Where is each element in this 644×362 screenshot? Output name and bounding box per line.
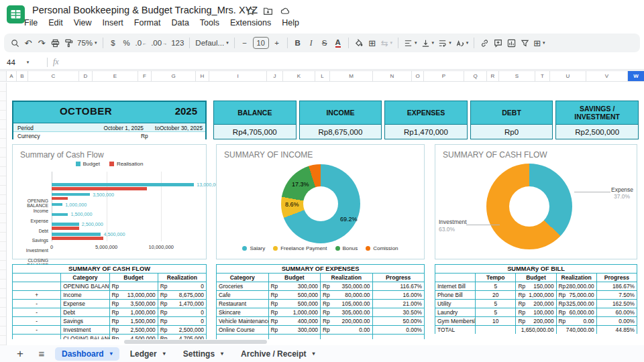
cloud-saved-icon[interactable] bbox=[280, 6, 290, 16]
add-sheet-button[interactable]: + bbox=[12, 347, 28, 361]
category-cell[interactable]: Restaurant bbox=[217, 300, 269, 308]
bold-button[interactable]: B bbox=[291, 36, 305, 50]
amount-cell[interactable] bbox=[268, 335, 321, 340]
font-size-input[interactable]: 10 bbox=[253, 37, 269, 49]
amount-cell[interactable]: Rp200,000 bbox=[516, 300, 556, 308]
progress-cell[interactable]: 16.00% bbox=[372, 291, 425, 300]
column-header-T[interactable]: T bbox=[535, 71, 550, 81]
sign-cell[interactable]: - bbox=[13, 308, 61, 317]
select-all-corner[interactable] bbox=[0, 71, 7, 81]
bill-name-cell[interactable]: Phone Bill bbox=[435, 291, 476, 300]
amount-cell[interactable]: Rp60,000.00 bbox=[556, 308, 596, 317]
amount-cell[interactable]: Rp500,000 bbox=[268, 300, 321, 308]
amount-cell[interactable]: Rp200,000.00 bbox=[321, 317, 373, 326]
amount-cell[interactable]: Rp75,000.00 bbox=[556, 291, 596, 300]
category-cell[interactable]: OPENING BALANCE bbox=[61, 282, 109, 291]
bill-name-cell[interactable]: TOTAL bbox=[435, 326, 476, 335]
amount-cell[interactable]: Rp1,500,000 bbox=[109, 317, 158, 326]
amount-cell[interactable]: Rp150,000 bbox=[516, 282, 556, 291]
paint-format-button[interactable] bbox=[62, 36, 75, 50]
menu-insert[interactable]: Insert bbox=[97, 17, 129, 29]
column-header-W[interactable]: W bbox=[628, 71, 644, 81]
tempo-cell[interactable]: 20 bbox=[476, 291, 516, 300]
sheet-tab-ledger[interactable]: Ledger▾ bbox=[123, 347, 172, 361]
category-cell[interactable]: Online Course bbox=[217, 326, 269, 335]
horizontal-scrollbar[interactable] bbox=[124, 340, 267, 344]
table-views-button[interactable]: ⊞▾ bbox=[531, 36, 547, 50]
column-header-U[interactable]: U bbox=[550, 71, 586, 81]
progress-cell[interactable]: 0.00% bbox=[596, 317, 637, 326]
amount-cell[interactable]: Rp2,500,000 bbox=[158, 326, 206, 335]
bill-name-cell[interactable]: Gym Membership bbox=[435, 317, 476, 326]
sign-cell[interactable] bbox=[13, 282, 61, 291]
tempo-cell[interactable] bbox=[476, 326, 516, 335]
insert-chart-button[interactable] bbox=[504, 36, 518, 50]
sheet-tab-settings[interactable]: Settings▾ bbox=[176, 347, 230, 361]
bill-name-cell[interactable]: Utility bbox=[435, 300, 476, 308]
percent-format-button[interactable]: % bbox=[120, 36, 133, 50]
category-cell[interactable]: Cafe bbox=[217, 291, 269, 300]
progress-cell[interactable]: 7.50% bbox=[596, 291, 637, 300]
column-header-G[interactable]: G bbox=[152, 71, 196, 81]
amount-cell[interactable]: Rp bbox=[109, 282, 158, 291]
menu-help[interactable]: Help bbox=[276, 17, 305, 29]
increase-decimal-button[interactable]: .00→ bbox=[149, 36, 169, 50]
column-header-F[interactable]: F bbox=[138, 71, 152, 81]
amount-cell[interactable]: Rp300,000 bbox=[268, 326, 321, 335]
decrease-decimal-button[interactable]: .0← bbox=[133, 36, 150, 50]
menu-edit[interactable]: Edit bbox=[43, 17, 68, 29]
column-header-I[interactable]: I bbox=[209, 71, 267, 81]
column-header-A[interactable]: A bbox=[7, 71, 17, 81]
amount-cell[interactable]: Rp105,000.00 bbox=[321, 300, 373, 308]
vertical-align-button[interactable]: ▾ bbox=[419, 36, 437, 50]
amount-cell[interactable]: Rp400,000 bbox=[268, 317, 321, 326]
amount-cell[interactable]: Rp305,000.00 bbox=[321, 308, 373, 317]
amount-cell[interactable]: Rp2,500,000 bbox=[109, 326, 158, 335]
progress-cell[interactable]: 116.67% bbox=[372, 282, 425, 291]
column-header-H[interactable]: H bbox=[196, 71, 209, 81]
tempo-cell[interactable]: 5 bbox=[476, 282, 516, 291]
amount-cell[interactable]: Rp100,000 bbox=[516, 308, 556, 317]
text-color-button[interactable]: A bbox=[331, 36, 345, 50]
category-cell[interactable]: Savings bbox=[61, 317, 109, 326]
sign-cell[interactable]: - bbox=[13, 326, 61, 335]
sheet-canvas[interactable]: OCTOBER 2025 Period October 1, 2025 to O… bbox=[7, 82, 644, 345]
name-box[interactable]: 44 ▾ bbox=[0, 58, 42, 66]
amount-cell[interactable]: Rp3,500,000 bbox=[109, 300, 158, 308]
sign-cell[interactable]: + bbox=[13, 291, 61, 300]
all-sheets-icon[interactable]: ≡ bbox=[34, 348, 50, 359]
sign-cell[interactable]: - bbox=[13, 300, 61, 308]
row-header-strip[interactable] bbox=[0, 82, 7, 345]
category-cell[interactable]: Vehicle Maintenance bbox=[217, 317, 269, 326]
amount-cell[interactable]: Rp0 bbox=[158, 308, 206, 317]
amount-cell[interactable]: Rp4,500,000 bbox=[109, 335, 158, 340]
progress-cell[interactable] bbox=[372, 335, 425, 340]
category-cell[interactable]: Income bbox=[61, 291, 109, 300]
progress-cell[interactable]: 44.85% bbox=[596, 326, 637, 335]
fill-color-button[interactable] bbox=[352, 36, 366, 50]
amount-cell[interactable] bbox=[321, 335, 373, 340]
amount-cell[interactable]: Rp1,000,000 bbox=[516, 291, 556, 300]
progress-cell[interactable]: 30.50% bbox=[372, 308, 425, 317]
column-header-L[interactable]: L bbox=[315, 71, 330, 81]
column-header-O[interactable]: O bbox=[412, 71, 424, 81]
category-cell[interactable]: Groceries bbox=[217, 282, 269, 291]
progress-cell[interactable]: 162.50% bbox=[596, 300, 637, 308]
column-header-E[interactable]: E bbox=[93, 71, 138, 81]
print-button[interactable] bbox=[48, 36, 62, 50]
decrease-font-size-button[interactable]: − bbox=[238, 36, 252, 50]
column-header-B[interactable]: B bbox=[17, 71, 28, 81]
category-cell[interactable]: Investment bbox=[61, 326, 109, 335]
progress-cell[interactable]: 60.00% bbox=[596, 308, 637, 317]
sign-cell[interactable] bbox=[13, 335, 61, 340]
amount-cell[interactable]: 740,000.00 bbox=[556, 326, 596, 335]
amount-cell[interactable]: Rp8,675,000 bbox=[158, 291, 206, 300]
column-header-J[interactable]: J bbox=[267, 71, 283, 81]
insert-link-button[interactable] bbox=[478, 36, 491, 50]
menu-data[interactable]: Data bbox=[166, 17, 194, 29]
insert-comment-button[interactable] bbox=[491, 36, 504, 50]
column-header-S[interactable]: S bbox=[499, 71, 535, 81]
menu-file[interactable]: File bbox=[19, 17, 43, 29]
amount-cell[interactable]: Rp0 bbox=[158, 282, 206, 291]
amount-cell[interactable]: Rp0 bbox=[158, 317, 206, 326]
